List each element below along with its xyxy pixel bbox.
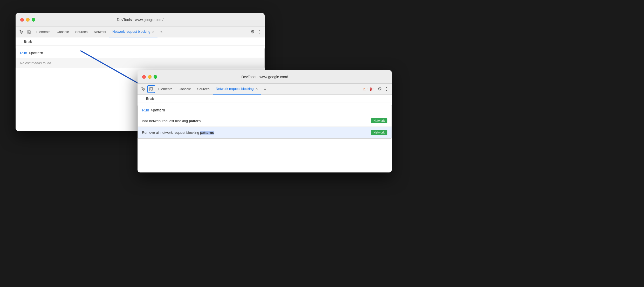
inspect-icon-2[interactable] <box>140 85 147 93</box>
tab-elements-1[interactable]: Elements <box>33 26 53 37</box>
more-tabs-icon-1[interactable]: » <box>157 28 165 36</box>
command-result-remove[interactable]: Remove all network request blocking patt… <box>138 127 392 138</box>
svg-point-7 <box>151 90 152 91</box>
command-item-add-before: Add network request blocking <box>142 119 189 123</box>
toolbar-2: Elements Console Sources Network request… <box>138 84 392 95</box>
svg-rect-6 <box>150 88 152 90</box>
enable-label-1: Enab <box>24 39 32 43</box>
maximize-button-2[interactable] <box>154 75 157 79</box>
enable-row-2: Enab <box>138 95 392 103</box>
error-count: 2 <box>372 87 374 91</box>
tab-close-icon-1[interactable]: ✕ <box>152 30 154 34</box>
command-item-remove-before: Remove all network request blocking <box>142 131 200 135</box>
tab-close-icon-2[interactable]: ✕ <box>255 87 258 91</box>
tab-network-1[interactable]: Network <box>91 26 109 37</box>
command-item-add-text: Add network request blocking pattern <box>142 119 371 123</box>
window-title-2: DevTools - www.google.com/ <box>241 75 288 79</box>
command-item-remove-bold: patterns <box>200 131 214 135</box>
enable-checkbox-1[interactable] <box>19 40 22 43</box>
settings-icon-2[interactable]: ⚙ <box>376 86 383 92</box>
traffic-lights-1 <box>20 18 35 22</box>
network-badge-remove: Network <box>371 130 387 135</box>
device-icon[interactable] <box>25 28 33 36</box>
warning-badge: ⚠ 3 <box>362 87 368 91</box>
toolbar-1: Elements Console Sources Network Network… <box>16 26 265 37</box>
enable-label-2: Enab <box>146 97 154 101</box>
traffic-lights-2 <box>142 75 157 79</box>
command-input-row-1: Run >pattern <box>16 48 264 58</box>
no-commands-found-1: No commands found <box>16 58 264 68</box>
titlebar-1: DevTools - www.google.com/ <box>16 13 265 26</box>
command-item-remove-text: Remove all network request blocking patt… <box>142 131 371 135</box>
command-input-text-1[interactable]: >pattern <box>29 51 43 55</box>
svg-point-2 <box>29 33 30 34</box>
tab-network-request-blocking-1[interactable]: Network request blocking ✕ <box>109 26 157 37</box>
maximize-button-1[interactable] <box>32 18 35 22</box>
settings-icon-1[interactable]: ⚙ <box>249 29 256 35</box>
toolbar-badges-2: ⚠ 3 ! 2 <box>362 87 374 91</box>
enable-row-1: Enab <box>16 37 265 46</box>
devtools-window-2: DevTools - www.google.com/ Elements Cons… <box>138 70 392 172</box>
devtools-content-2: Enab Run >pattern Add network request bl… <box>138 95 392 172</box>
minimize-button-1[interactable] <box>26 18 30 22</box>
close-button-2[interactable] <box>142 75 146 79</box>
error-badge: ! 2 <box>370 87 374 91</box>
tab-console-1[interactable]: Console <box>53 26 72 37</box>
warning-count: 3 <box>367 87 368 91</box>
command-result-add[interactable]: Add network request blocking pattern Net… <box>138 115 392 127</box>
command-palette-2: Run >pattern Add network request blockin… <box>138 105 392 139</box>
tab-sources-1[interactable]: Sources <box>72 26 91 37</box>
tab-elements-2[interactable]: Elements <box>155 84 175 95</box>
tab-sources-2[interactable]: Sources <box>194 84 213 95</box>
svg-rect-1 <box>28 31 30 33</box>
more-tabs-icon-2[interactable]: » <box>261 85 269 93</box>
tab-console-2[interactable]: Console <box>175 84 194 95</box>
close-button-1[interactable] <box>20 18 24 22</box>
window-title-1: DevTools - www.google.com/ <box>117 18 163 22</box>
error-icon: ! <box>370 88 372 91</box>
run-label-1: Run <box>20 51 27 55</box>
command-palette-1: Run >pattern No commands found <box>16 48 265 68</box>
command-item-add-bold: pattern <box>189 119 201 123</box>
more-options-icon-2[interactable]: ⋮ <box>383 86 390 92</box>
more-options-icon-1[interactable]: ⋮ <box>256 29 263 35</box>
tab-network-request-blocking-2[interactable]: Network request blocking ✕ <box>213 84 261 95</box>
device-icon-2[interactable] <box>147 85 155 93</box>
enable-checkbox-2[interactable] <box>141 97 144 100</box>
run-label-2: Run <box>142 108 149 112</box>
network-badge-add: Network <box>371 118 387 123</box>
warning-icon: ⚠ <box>362 87 366 91</box>
minimize-button-2[interactable] <box>148 75 152 79</box>
inspect-icon[interactable] <box>18 28 25 36</box>
command-input-text-2[interactable]: >pattern <box>151 108 165 112</box>
titlebar-2: DevTools - www.google.com/ <box>138 70 392 84</box>
command-input-row-2: Run >pattern <box>138 105 392 115</box>
